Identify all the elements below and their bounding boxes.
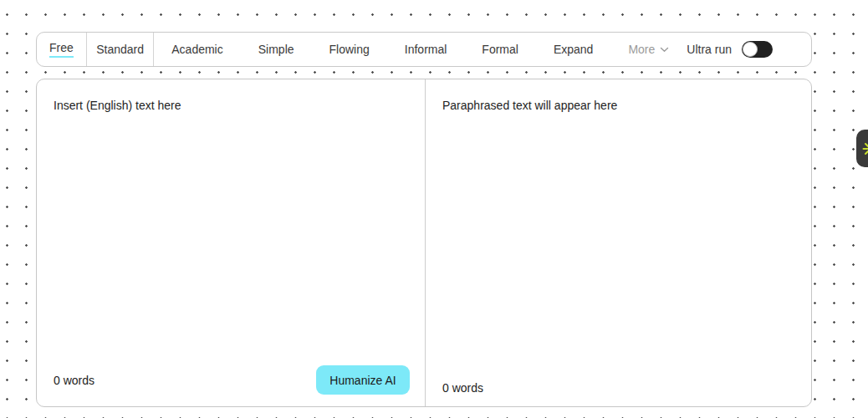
paraphraser-panel: Insert (English) text here 0 words Human… [36,79,812,407]
ultra-run-label: Ultra run [687,43,732,56]
tab-expand-label: Expand [554,43,593,56]
tab-simple-label: Simple [258,43,294,56]
input-placeholder: Insert (English) text here [54,99,410,112]
tab-flowing[interactable]: Flowing [312,33,387,66]
tab-informal-label: Informal [405,43,447,56]
output-word-count: 0 words [442,381,483,395]
input-pane[interactable]: Insert (English) text here 0 words Human… [37,79,426,406]
toggle-knob [743,42,758,57]
tab-simple[interactable]: Simple [241,33,312,66]
ai-assistant-side-button[interactable] [856,130,868,167]
tab-formal-label: Formal [482,43,518,56]
tab-formal[interactable]: Formal [464,33,536,66]
tab-free[interactable]: Free [37,33,86,66]
ultra-run-group: Ultra run [687,33,811,66]
starburst-icon [861,140,868,158]
humanize-ai-button[interactable]: Humanize AI [316,365,410,395]
tab-informal[interactable]: Informal [387,33,465,66]
tab-free-label: Free [49,41,74,58]
chevron-down-icon [660,47,669,53]
mode-bar: Free Standard Academic Simple Flowing In… [36,32,812,67]
tab-academic[interactable]: Academic [154,33,240,66]
dotted-canvas-background: Free Standard Academic Simple Flowing In… [0,0,868,418]
more-menu-label: More [628,43,655,56]
ultra-run-toggle[interactable] [742,41,773,58]
tab-flowing-label: Flowing [329,43,370,56]
tab-standard[interactable]: Standard [87,33,154,66]
tab-standard-label: Standard [96,43,144,56]
output-placeholder: Paraphrased text will appear here [442,99,796,112]
input-word-count: 0 words [54,374,94,387]
output-footer: 0 words [442,381,796,395]
input-footer: 0 words Humanize AI [54,365,410,395]
tab-expand[interactable]: Expand [536,33,610,66]
output-pane: Paraphrased text will appear here 0 word… [426,79,811,406]
more-menu-button[interactable]: More [610,33,687,66]
tab-academic-label: Academic [171,43,222,56]
